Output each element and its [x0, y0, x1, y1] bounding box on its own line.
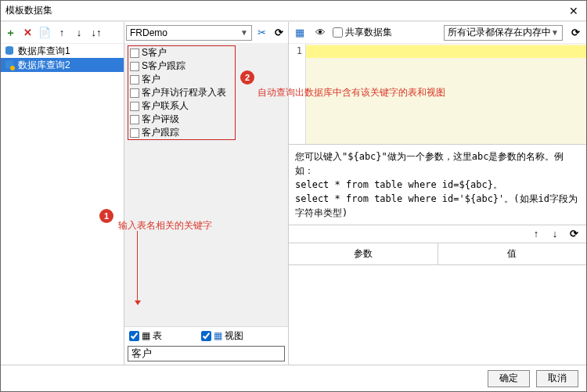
table-item[interactable]: 客户评级: [128, 113, 235, 126]
annotation-text-2: 自动查询出数据库中含有该关键字的表和视图: [257, 86, 445, 99]
cancel-button[interactable]: 取消: [536, 370, 578, 387]
filter-view-checkbox[interactable]: ▦ 视图: [201, 329, 243, 343]
database-warning-icon: [4, 59, 15, 70]
hint-line-1: 您可以键入"${abc}"做为一个参数，这里abc是参数的名称。例如：: [295, 149, 580, 178]
param-down-button[interactable]: ↓: [547, 226, 563, 242]
share-dataset-checkbox[interactable]: 共享数据集: [333, 26, 392, 39]
add-dataset-button[interactable]: ＋: [2, 25, 18, 41]
annotation-badge-1: 1: [99, 209, 113, 223]
database-icon: [4, 45, 15, 56]
table-item[interactable]: 客户联系人: [128, 99, 235, 113]
title-bar: 模板数据集 ✕: [1, 1, 586, 21]
filter-view-input[interactable]: [201, 331, 211, 341]
table-item-label: S客户: [142, 46, 167, 59]
dataset-panel: ＋ ✕ 📄 ↑ ↓ ↓↑ 数据库查询1 数据库查询2: [1, 22, 124, 365]
table-item[interactable]: 客户跟踪: [128, 126, 235, 139]
table-list: S客户S客户跟踪客户客户拜访行程录入表客户联系人客户评级客户跟踪: [128, 46, 235, 139]
cut-button[interactable]: ✂: [254, 25, 269, 41]
table-item-label: 客户: [142, 73, 160, 86]
param-col-value: 值: [438, 243, 587, 264]
memory-strategy-combo[interactable]: 所有记录都保存在内存中 ▼: [444, 25, 563, 41]
table-icon: [130, 102, 139, 111]
param-grid-body[interactable]: [289, 264, 586, 365]
table-icon: [130, 128, 139, 138]
dataset-label: 数据库查询1: [18, 45, 70, 58]
line-number: 1: [289, 45, 302, 56]
dialog-window: 模板数据集 ✕ ＋ ✕ 📄 ↑ ↓ ↓↑ 数据库查询1: [0, 0, 587, 392]
move-down-button[interactable]: ↓: [71, 25, 87, 41]
table-list-box: S客户S客户跟踪客户客户拜访行程录入表客户联系人客户评级客户跟踪: [128, 45, 236, 140]
param-refresh-button[interactable]: ⟳: [566, 226, 582, 242]
param-col-name-label: 参数: [354, 247, 373, 261]
dataset-list: 数据库查询1 数据库查询2: [1, 44, 124, 72]
filter-area: ▦ 表 ▦ 视图: [124, 326, 288, 365]
filter-table-checkbox[interactable]: ▦ 表: [129, 329, 162, 343]
param-grid-header: 参数 值: [289, 243, 586, 264]
share-dataset-label: 共享数据集: [345, 26, 392, 39]
dataset-item[interactable]: 数据库查询2: [1, 58, 124, 72]
dataset-label: 数据库查询2: [18, 59, 70, 72]
table-list-wrap: S客户S客户跟踪客户客户拜访行程录入表客户联系人客户评级客户跟踪 2 自动查询出…: [124, 44, 288, 326]
current-line-highlight: [306, 45, 586, 58]
table-item[interactable]: 客户: [128, 73, 235, 86]
footer: 确定 取消: [1, 365, 586, 391]
table-item[interactable]: S客户跟踪: [128, 59, 235, 73]
database-combo[interactable]: FRDemo ▼: [126, 25, 252, 41]
table-item-label: S客户跟踪: [142, 59, 185, 73]
annotation-text-1: 输入表名相关的关键字: [118, 219, 212, 232]
table-item-label: 客户评级: [142, 113, 179, 126]
filter-table-label: 表: [153, 329, 162, 343]
hint-area: 您可以键入"${abc}"做为一个参数，这里abc是参数的名称。例如： sele…: [289, 145, 586, 225]
svg-point-2: [10, 66, 15, 70]
dataset-item[interactable]: 数据库查询1: [1, 44, 124, 58]
table-item-label: 客户跟踪: [142, 126, 179, 139]
table-icon: [130, 88, 139, 98]
copy-dataset-button[interactable]: 📄: [37, 25, 52, 41]
table-item[interactable]: 客户拜访行程录入表: [128, 86, 235, 99]
sql-panel: ▦ 👁 共享数据集 所有记录都保存在内存中 ▼ ⟳ 1: [289, 22, 586, 365]
table-item-label: 客户拜访行程录入表: [142, 86, 226, 99]
preview-button[interactable]: 👁: [312, 25, 328, 41]
chevron-down-icon: ▼: [240, 28, 248, 37]
filter-checkbox-row: ▦ 表 ▦ 视图: [124, 327, 288, 344]
body: ＋ ✕ 📄 ↑ ↓ ↓↑ 数据库查询1 数据库查询2: [1, 21, 586, 365]
table-icon: [130, 62, 139, 71]
database-selected: FRDemo: [130, 27, 167, 38]
db-toolbar: FRDemo ▼ ✂ ⟳: [124, 22, 288, 44]
table-item-label: 客户联系人: [142, 99, 189, 113]
table-icon: [130, 49, 139, 58]
dataset-toolbar: ＋ ✕ 📄 ↑ ↓ ↓↑: [1, 22, 124, 44]
refresh-preview-button[interactable]: ⟳: [567, 25, 583, 41]
refresh-button[interactable]: ⟳: [271, 25, 286, 41]
param-col-value-label: 值: [507, 247, 517, 261]
table-type-icon: ▦: [142, 330, 150, 341]
table-icon: [130, 75, 139, 85]
param-up-button[interactable]: ↑: [528, 226, 544, 242]
annotation-badge-2: 2: [240, 70, 254, 85]
sql-toolbar: ▦ 👁 共享数据集 所有记录都保存在内存中 ▼ ⟳: [289, 22, 586, 44]
filter-table-input[interactable]: [129, 331, 139, 341]
remove-dataset-button[interactable]: ✕: [20, 25, 35, 41]
move-up-button[interactable]: ↑: [54, 25, 70, 41]
table-filter-input[interactable]: [128, 346, 285, 361]
sort-button[interactable]: ↓↑: [88, 25, 104, 41]
filter-input-row: [124, 344, 288, 365]
table-panel: FRDemo ▼ ✂ ⟳ S客户S客户跟踪客户客户拜访行程录入表客户联系人客户评…: [124, 22, 289, 365]
format-sql-button[interactable]: ▦: [292, 25, 308, 41]
filter-view-label: 视图: [225, 329, 243, 343]
memory-strategy-selected: 所有记录都保存在内存中: [448, 26, 551, 39]
table-icon: [130, 115, 139, 124]
table-item[interactable]: S客户: [128, 46, 235, 59]
close-icon[interactable]: ✕: [566, 3, 582, 19]
annotation-arrow-1: [137, 231, 138, 303]
view-type-icon: ▦: [214, 330, 222, 341]
hint-line-3: select * from table where id='${abc}'。(如…: [295, 192, 580, 220]
window-title: 模板数据集: [5, 4, 52, 17]
param-col-name: 参数: [289, 243, 438, 264]
param-toolbar: ↑ ↓ ⟳: [289, 225, 586, 243]
chevron-down-icon: ▼: [551, 28, 559, 37]
share-dataset-input[interactable]: [333, 27, 343, 38]
hint-line-2: select * from table where id=${abc}。: [295, 178, 580, 192]
ok-button[interactable]: 确定: [488, 370, 530, 387]
